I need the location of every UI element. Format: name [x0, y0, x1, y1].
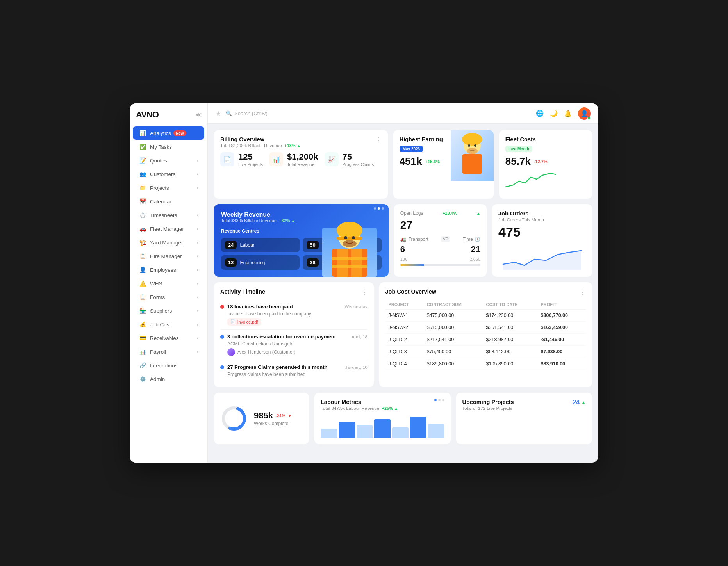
admin-label: Admin [150, 376, 165, 382]
upcoming-subtitle: Total of 172 Live Projects [462, 406, 514, 411]
payroll-label: Payroll [150, 349, 166, 355]
whs-label: WHS [150, 281, 162, 287]
activity-item-title: 3 collections escalation for overdue pay… [220, 334, 336, 340]
col-cost-to date: COST TO DATE [483, 300, 538, 310]
avatar[interactable]: 👤 [578, 107, 591, 120]
fleet-badge: Last Month [505, 146, 532, 152]
bell-icon[interactable]: 🔔 [564, 110, 572, 117]
moon-icon[interactable]: 🌙 [550, 110, 558, 117]
transport-label: 🚛 Transport [400, 237, 428, 242]
billing-menu-icon[interactable]: ⋮ [375, 136, 382, 144]
svg-rect-16 [351, 249, 362, 277]
worker-image [451, 130, 494, 199]
job-cost-arrow: › [197, 322, 198, 327]
job-orders-subtitle: Job Orders This Month [498, 217, 586, 222]
svg-rect-10 [337, 237, 362, 240]
sidebar-item-employees[interactable]: 👤 Employees › [133, 263, 204, 276]
sub-nums: 186 2,650 [400, 257, 480, 262]
col-contract-sum: CONTRACT SUM [424, 300, 483, 310]
sidebar-item-admin[interactable]: ⚙️ Admin [133, 372, 204, 386]
sidebar-item-payroll[interactable]: 📊 Payroll › [133, 345, 204, 358]
table-row[interactable]: J-QLD-4 $189,800.00 $105,890.00 $83,910.… [385, 358, 586, 370]
sidebar-item-analytics[interactable]: 📊 Analytics New [133, 126, 204, 140]
hire-manager-arrow: › [197, 254, 198, 258]
row-2: Weekly Revenue Total $430k Billable Reve… [214, 204, 592, 277]
sidebar-item-projects[interactable]: 📁 Projects › [133, 181, 204, 194]
activity-list: 18 Invoices have been paid Wednesday Inv… [220, 300, 368, 381]
job-cost-menu-icon[interactable]: ⋮ [580, 288, 586, 296]
table-row[interactable]: J-QLD-2 $217,541.00 $218,987.00 -$1,446.… [385, 334, 586, 346]
contract-cell: $515,000.00 [424, 322, 483, 334]
person-avatar [227, 348, 235, 356]
sidebar-item-forms[interactable]: 📋 Forms › [133, 290, 204, 304]
upcoming-projects-card: Upcoming Projects Total of 172 Live Proj… [456, 393, 592, 444]
hire-manager-label: Hire Manager [150, 253, 182, 259]
sub2: 2,650 [469, 257, 480, 262]
truck-icon: 🚛 [400, 237, 406, 242]
app-frame: AVNO ≪ 📊 Analytics New ✅ My Tasks 📝 Quot… [130, 103, 598, 463]
sidebar-item-receivables[interactable]: 💳 Receivables › [133, 331, 204, 345]
analytics-icon: 📊 [139, 130, 146, 136]
table-row[interactable]: J-NSW-2 $515,000.00 $351,541.00 $163,459… [385, 322, 586, 334]
payroll-icon: 📊 [139, 349, 146, 355]
worker-photo [318, 204, 381, 277]
fleet-value: 85.7k [505, 155, 531, 167]
live-projects-metric: 📄 125 Live Projects [220, 152, 263, 167]
sidebar-item-customers[interactable]: 👥 Customers › [133, 167, 204, 181]
forms-icon: 📋 [139, 294, 146, 300]
table-row[interactable]: J-NSW-1 $475,000.00 $174,230.00 $300,770… [385, 310, 586, 322]
collapse-button[interactable]: ≪ [196, 112, 201, 118]
analytics-label: Analytics [150, 130, 171, 136]
dashboard: Billing Overview Total $1,200k Billable … [208, 124, 598, 463]
vs-badge: VS [441, 236, 450, 242]
dot-3 [382, 207, 384, 210]
cost-cell: $218,987.00 [483, 334, 538, 346]
labour-dot-3 [442, 399, 444, 401]
total-revenue-metric: 📊 $1,200k Total Revenue [269, 152, 318, 167]
sidebar-item-fleet-manager[interactable]: 🚗 Fleet Manager › [133, 222, 204, 235]
rc-num: 50 [307, 241, 318, 249]
revenue-icon: 📊 [269, 152, 283, 166]
sidebar-item-integrations[interactable]: 🔗 Integrations [133, 359, 204, 372]
svg-rect-15 [337, 249, 348, 277]
sidebar-item-my-tasks[interactable]: ✅ My Tasks [133, 140, 204, 153]
sidebar-item-whs[interactable]: ⚠️ WHS › [133, 277, 204, 290]
employees-arrow: › [197, 268, 198, 272]
logs-change: +18.4% [443, 211, 457, 215]
employees-label: Employees [150, 267, 176, 273]
sidebar-item-hire-manager[interactable]: 📋 Hire Manager › [133, 249, 204, 263]
svg-rect-18 [332, 265, 367, 268]
table-row[interactable]: J-QLD-3 $75,450.00 $68,112.00 $7,338.00 [385, 346, 586, 358]
job-orders-value: 475 [498, 224, 586, 240]
projects-icon: 📁 [139, 185, 146, 191]
sidebar-item-job-cost[interactable]: 💰 Job Cost › [133, 318, 204, 331]
contract-cell: $75,450.00 [424, 346, 483, 358]
billing-subtitle: Total $1,200k Billable Revenue +18% ▲ [220, 143, 301, 148]
job-orders-card: Job Orders Job Orders This Month 475 [492, 204, 592, 277]
sidebar-item-suppliers[interactable]: 🏪 Suppliers › [133, 304, 204, 317]
integrations-label: Integrations [150, 363, 178, 368]
person-name: Alex Henderson (Customer) [237, 349, 296, 355]
numbers-row: 6 21 [400, 244, 480, 255]
billing-title: Billing Overview [220, 136, 301, 142]
projects-icon: 📄 [220, 152, 234, 166]
cost-cell: $105,890.00 [483, 358, 538, 370]
sidebar-item-quotes[interactable]: 📝 Quotes › [133, 154, 204, 167]
activity-menu-icon[interactable]: ⋮ [361, 288, 368, 296]
cost-cell: $351,541.00 [483, 322, 538, 334]
rc-item-engineering: 12 Engineering [221, 255, 300, 270]
translate-icon[interactable]: 🌐 [536, 110, 544, 117]
pdf-attachment[interactable]: 📄 invoice.pdf [227, 318, 261, 326]
sidebar-item-yard-manager[interactable]: 🏗️ Yard Manager › [133, 236, 204, 249]
favorite-icon[interactable]: ★ [216, 110, 221, 117]
timesheets-arrow: › [197, 213, 198, 217]
sidebar-item-timesheets[interactable]: ⏱️ Timesheets › [133, 208, 204, 222]
calendar-icon: 📅 [139, 198, 146, 205]
sidebar-item-calendar[interactable]: 📅 Calendar [133, 195, 204, 208]
search-bar[interactable]: 🔍 Search (Ctrl+/) [226, 110, 531, 116]
earning-change: +15.6% [425, 159, 440, 164]
timesheets-icon: ⏱️ [139, 212, 146, 218]
labour-bar-chart [321, 415, 444, 438]
job-cost-table: PROJECTCONTRACT SUMCOST TO DATEPROFIT J-… [385, 300, 586, 370]
my-tasks-icon: ✅ [139, 144, 146, 150]
